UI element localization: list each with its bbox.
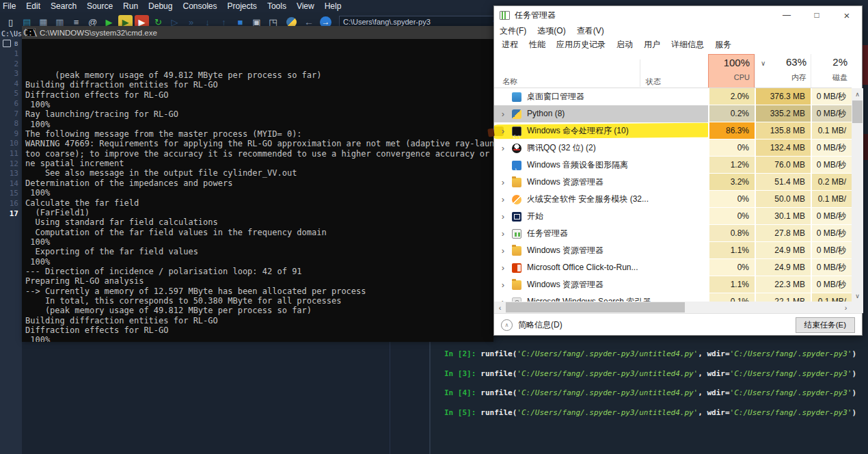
memory-cell: 335.2 MB bbox=[755, 105, 811, 122]
console-input-line: In [5]:runfile('C:/Users/fang/.spyder-py… bbox=[444, 403, 856, 423]
tab[interactable]: 用户 bbox=[639, 38, 665, 53]
cpu-column-label: CPU bbox=[709, 73, 750, 81]
table-row[interactable]: › Windows 资源管理器 3.2% 51.4 MB 0.2 MB/秒 bbox=[494, 174, 852, 191]
menu-item[interactable]: 文件(F) bbox=[500, 25, 526, 37]
vertical-scrollbar-thumb[interactable] bbox=[852, 101, 863, 123]
task-manager-tabs: 进程性能应用历史记录启动用户详细信息服务 bbox=[494, 38, 862, 53]
table-row[interactable]: › Windows 资源管理器 1.1% 24.9 MB 0 MB/秒 bbox=[494, 242, 852, 259]
menu-item[interactable]: Tools bbox=[267, 1, 286, 11]
table-row[interactable]: › Windows 资源管理器 1.1% 22.3 MB 0 MB/秒 bbox=[494, 276, 852, 293]
scroll-down-icon[interactable]: ∨ bbox=[852, 290, 863, 302]
new-file-icon[interactable]: ▯ bbox=[3, 15, 18, 29]
expand-chevron-icon[interactable]: › bbox=[494, 225, 512, 242]
cmd-output-line: --> Currently a memory of 12.597 MByte h… bbox=[25, 286, 493, 296]
cmd-output-line: 100% bbox=[25, 257, 493, 267]
menu-item[interactable]: Projects bbox=[228, 1, 257, 11]
tab[interactable]: 详细信息 bbox=[666, 38, 709, 53]
menu-item[interactable]: Edit bbox=[26, 1, 40, 11]
expand-chevron-icon[interactable]: › bbox=[494, 208, 512, 225]
details-toggle-label[interactable]: 简略信息(D) bbox=[518, 319, 562, 331]
expand-chevron-icon[interactable]: › bbox=[494, 105, 512, 122]
cmd-window: C:\ C:\WINDOWS\system32\cmd.exe (peak me… bbox=[22, 26, 493, 340]
process-icon bbox=[512, 109, 521, 119]
column-header-disk[interactable]: 2% 磁盘 bbox=[811, 54, 852, 88]
expand-chevron-icon[interactable]: › bbox=[494, 139, 512, 157]
expand-chevron-icon[interactable]: › bbox=[494, 259, 512, 276]
tab[interactable]: 应用历史记录 bbox=[552, 38, 610, 53]
menu-item[interactable]: 查看(V) bbox=[577, 25, 604, 37]
memory-cell: 24.9 MB bbox=[755, 242, 811, 259]
process-name: Windows 资源管理器 bbox=[527, 174, 708, 191]
memory-cell: 76.0 MB bbox=[755, 157, 811, 174]
table-row[interactable]: 桌面窗口管理器 2.0% 376.3 MB 0 MB/秒 bbox=[494, 88, 852, 105]
column-header-name[interactable]: 名称 bbox=[502, 77, 517, 87]
line-number: 16 bbox=[0, 199, 18, 209]
tab[interactable]: 进程 bbox=[497, 38, 523, 53]
table-row[interactable]: › 任务管理器 0.8% 27.8 MB 0 MB/秒 bbox=[494, 225, 852, 242]
menu-item[interactable]: Run bbox=[123, 1, 138, 11]
menu-item[interactable]: Help bbox=[325, 1, 342, 11]
console-prompt: In [4]: bbox=[444, 388, 476, 397]
table-row[interactable]: › 腾讯QQ (32 位) (2) 0% 132.4 MB 0 MB/秒 bbox=[494, 139, 852, 157]
cpu-cell: 0% bbox=[708, 259, 755, 276]
expand-chevron-icon[interactable]: › bbox=[494, 293, 512, 302]
menu-item[interactable]: View bbox=[297, 1, 314, 11]
horizontal-scrollbar[interactable]: ‹ › bbox=[494, 302, 863, 313]
cmd-output-line: Calculate the far field bbox=[25, 198, 493, 208]
table-row[interactable]: › Microsoft Windows Search 索引器 0.1% 22.1… bbox=[494, 293, 852, 302]
cmd-titlebar[interactable]: C:\ C:\WINDOWS\system32\cmd.exe bbox=[22, 26, 493, 39]
cpu-cell: 0% bbox=[708, 139, 755, 157]
menu-item[interactable]: Consoles bbox=[182, 1, 217, 11]
tab[interactable]: 服务 bbox=[710, 38, 736, 53]
expand-chevron-icon[interactable]: › bbox=[494, 122, 512, 139]
process-name: 火绒安全软件 安全服务模块 (32... bbox=[527, 191, 708, 208]
table-row[interactable]: › 开始 0% 30.1 MB 0 MB/秒 bbox=[494, 208, 852, 225]
process-icon bbox=[512, 195, 521, 204]
vertical-scrollbar[interactable]: ∧ ∨ bbox=[852, 88, 863, 302]
cmd-output-line: Determination of the impedances and powe… bbox=[25, 178, 493, 188]
menu-item[interactable]: Debug bbox=[148, 1, 172, 11]
tab[interactable]: 性能 bbox=[524, 38, 550, 53]
scroll-left-icon[interactable]: ‹ bbox=[494, 302, 506, 313]
process-icon bbox=[512, 144, 521, 153]
close-button[interactable]: × bbox=[832, 6, 862, 24]
task-manager-footer: ∧ 简略信息(D) 结束任务(E) bbox=[494, 313, 862, 336]
editor-tabbar: ʙ bbox=[3, 40, 18, 47]
menu-item[interactable]: Search bbox=[51, 1, 77, 11]
cpu-cell: 86.3% bbox=[708, 122, 755, 139]
tab[interactable]: 启动 bbox=[612, 38, 638, 53]
line-number: 10 bbox=[0, 139, 18, 149]
process-icon bbox=[512, 246, 521, 256]
ipython-console[interactable]: In [2]:runfile('C:/Users/fang/.spyder-py… bbox=[444, 345, 856, 423]
table-row[interactable]: › 火绒安全软件 安全服务模块 (32... 0% 50.0 MB 0.1 MB… bbox=[494, 191, 852, 208]
expand-chevron-icon[interactable]: › bbox=[494, 242, 512, 259]
expand-chevron-icon[interactable]: › bbox=[494, 191, 512, 208]
horizontal-scrollbar-thumb[interactable] bbox=[506, 302, 685, 312]
editor-pane-icon[interactable] bbox=[3, 40, 11, 47]
maximize-button[interactable]: □ bbox=[802, 6, 832, 24]
column-header-status[interactable]: 状态 bbox=[646, 77, 661, 87]
expand-chevron-icon[interactable]: › bbox=[494, 276, 512, 293]
table-row[interactable]: Windows 音频设备图形隔离 1.2% 76.0 MB 0 MB/秒 bbox=[494, 157, 852, 174]
line-number: 13 bbox=[0, 169, 18, 179]
scroll-right-icon[interactable]: › bbox=[840, 302, 852, 313]
table-row[interactable]: › Microsoft Office Click-to-Run... 0% 24… bbox=[494, 259, 852, 276]
table-row[interactable]: › Windows 命令处理程序 (10) 86.3% 135.8 MB 0.1… bbox=[494, 122, 852, 139]
menu-item[interactable]: File bbox=[3, 1, 16, 11]
process-icon bbox=[512, 178, 521, 187]
details-toggle-icon[interactable]: ∧ bbox=[501, 319, 513, 331]
task-manager-titlebar[interactable]: 任务管理器 — □ × bbox=[494, 6, 862, 24]
process-name: Python (8) bbox=[527, 105, 708, 122]
expand-chevron-icon[interactable]: › bbox=[494, 174, 512, 191]
menu-item[interactable]: Source bbox=[87, 1, 113, 11]
table-row[interactable]: › Python (8) 0.2% 335.2 MB 0 MB/秒 bbox=[494, 105, 852, 122]
scroll-up-icon[interactable]: ∧ bbox=[852, 88, 863, 100]
end-task-button[interactable]: 结束任务(E) bbox=[796, 317, 855, 333]
minimize-button[interactable]: — bbox=[772, 6, 802, 24]
menu-item[interactable]: 选项(O) bbox=[537, 25, 565, 37]
column-header-cpu[interactable]: 100% CPU bbox=[708, 54, 755, 88]
column-header-memory[interactable]: ∨ 63% 内存 bbox=[755, 54, 811, 88]
memory-cell: 132.4 MB bbox=[755, 139, 811, 157]
cmd-output-line: 100% bbox=[25, 100, 493, 109]
cpu-cell: 1.2% bbox=[708, 157, 755, 174]
